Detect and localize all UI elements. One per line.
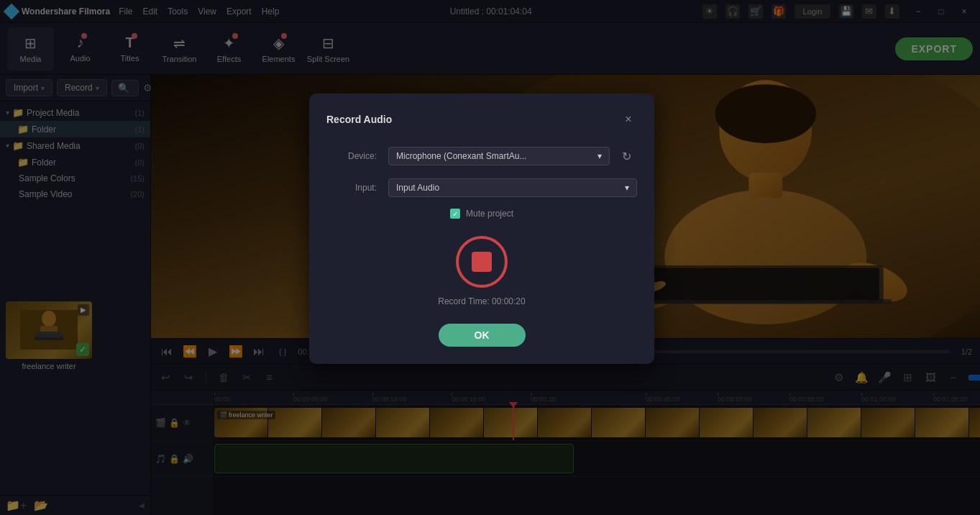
new-folder-icon[interactable]: 📂 [34, 498, 48, 512]
media-content: ▶ ✓ freelance writer [0, 296, 150, 496]
refresh-button[interactable]: ↻ [615, 145, 637, 167]
video-track: 🎬 freelance writer [214, 405, 980, 441]
window-controls[interactable]: − □ × [908, 4, 974, 19]
audio-lock-icon[interactable]: 🔒 [169, 454, 180, 464]
tab-elements-label: Elements [262, 55, 296, 63]
save-icon[interactable]: 💾 [839, 4, 853, 19]
sample-video-count: (20) [130, 190, 145, 199]
menu-edit[interactable]: Edit [142, 6, 157, 17]
effects-panel-button[interactable]: ⚙ [830, 369, 847, 386]
search-box[interactable]: 🔍 [111, 80, 139, 96]
elements-dot [281, 33, 287, 39]
delete-button[interactable]: 🗑 [215, 369, 232, 386]
mute-label: Mute project [466, 209, 513, 219]
zoom-slider[interactable] [968, 372, 980, 383]
mail-icon[interactable]: ✉ [862, 4, 876, 19]
headphone-icon[interactable]: 🎧 [725, 4, 740, 19]
mute-checkbox[interactable]: ✓ [450, 209, 460, 219]
record-button[interactable]: Record [57, 79, 107, 96]
thumbnail-button[interactable]: 🖼 [922, 369, 939, 386]
gift-icon[interactable]: 🎁 [771, 4, 786, 19]
modal-title-bar: Record Audio × [326, 111, 637, 128]
timeline-content[interactable]: 00:00 00:00:05:00 00:00:10:00 00:00:15:0… [214, 391, 980, 515]
audio-clip[interactable] [214, 444, 574, 473]
bottom-left-panel: 📁+ 📂 ◀ [0, 495, 150, 515]
timeline-toolbar: ↩ ↪ 🗑 ✂ ≡ ⚙ 🔔 🎤 ⊞ 🖼 − + ⏸ [151, 365, 980, 391]
tab-elements[interactable]: ◈ Elements [255, 27, 302, 70]
input-select[interactable]: Input Audio ▾ [388, 178, 637, 197]
tree-shared-media[interactable]: ▾ 📁 Shared Media (0) [0, 137, 150, 154]
effects-icon: ✦ [223, 35, 235, 52]
shared-media-count: (0) [135, 142, 145, 150]
folder-label: Folder [32, 124, 132, 135]
ok-button[interactable]: OK [439, 324, 526, 347]
fast-forward-button[interactable]: ⏭ [250, 343, 267, 360]
title-bar: Wondershare Filmora File Edit Tools View… [0, 0, 980, 23]
menu-help[interactable]: Help [262, 6, 280, 17]
close-button[interactable]: × [954, 4, 974, 19]
export-button[interactable]: EXPORT [895, 37, 973, 60]
device-select[interactable]: Microphone (Conexant SmartAu... ▾ [388, 147, 610, 165]
video-frames [214, 408, 980, 437]
menu-bar[interactable]: File Edit Tools View Export Help [119, 6, 279, 17]
input-label: Input: [326, 183, 377, 193]
minimize-button[interactable]: − [908, 4, 928, 19]
record-time-value: 00:00:20 [492, 296, 526, 306]
media-item-freelance-writer[interactable]: ▶ ✓ freelance writer [6, 301, 92, 370]
frame-15 [969, 408, 980, 437]
audio-mix-button[interactable]: 🔔 [853, 369, 870, 386]
rewind-button[interactable]: ⏮ [158, 343, 175, 360]
tab-media[interactable]: ⊞ Media [7, 27, 54, 70]
frame-9 [646, 408, 700, 437]
collapse-icon[interactable]: ◀ [139, 501, 145, 509]
modal-close-button[interactable]: × [620, 111, 637, 128]
menu-tools[interactable]: Tools [168, 6, 188, 17]
tab-effects[interactable]: ✦ Effects [206, 27, 252, 70]
redo-button[interactable]: ↪ [180, 369, 197, 386]
video-clip[interactable]: 🎬 freelance writer [214, 408, 980, 437]
voice-button[interactable]: 🎤 [876, 369, 893, 386]
download-icon[interactable]: ⬇ [885, 4, 899, 19]
import-label: Import [14, 83, 38, 93]
menu-view[interactable]: View [198, 6, 216, 17]
video-track-label: 🎬 🔒 👁 [151, 405, 214, 441]
cart-icon[interactable]: 🛒 [748, 4, 763, 19]
timeline: ↩ ↪ 🗑 ✂ ≡ ⚙ 🔔 🎤 ⊞ 🖼 − + ⏸ [151, 364, 980, 515]
lock-icon[interactable]: 🔒 [169, 418, 180, 428]
add-folder-icon[interactable]: 📁+ [6, 498, 27, 512]
record-start-button[interactable] [456, 236, 508, 288]
zoom-out-button[interactable]: − [945, 369, 962, 386]
tab-transition[interactable]: ⇌ Transition [156, 27, 203, 70]
timeline-tracks: 🎬 freelance writer [214, 405, 980, 477]
step-forward-button[interactable]: ⏩ [227, 343, 244, 360]
record-time: Record Time: 00:00:20 [438, 296, 525, 306]
expand-arrow: ▾ [6, 109, 9, 117]
tree-project-media[interactable]: ▾ 📁 Project Media (1) [0, 104, 150, 121]
maximize-button[interactable]: □ [931, 4, 951, 19]
play-button[interactable]: ▶ [204, 343, 221, 360]
tree-shared-folder[interactable]: 📁 Folder (0) [0, 154, 150, 170]
sun-icon[interactable]: ☀ [702, 4, 717, 19]
media-toolbar: Import Record 🔍 ⚙ ⊞ [0, 75, 150, 101]
tab-titles[interactable]: T Titles [106, 27, 153, 70]
tree-sample-video[interactable]: Sample Video (20) [0, 186, 150, 202]
login-button[interactable]: Login [794, 4, 830, 19]
import-button[interactable]: Import [6, 79, 52, 96]
menu-file[interactable]: File [119, 6, 132, 17]
tab-audio-label: Audio [70, 54, 90, 63]
eye-icon[interactable]: 👁 [183, 418, 191, 428]
undo-button[interactable]: ↩ [157, 369, 174, 386]
clip-icon: 🎬 [219, 411, 227, 419]
tree-folder[interactable]: 📁 Folder (1) [0, 121, 150, 137]
menu-export[interactable]: Export [226, 6, 252, 17]
audio-mute-icon[interactable]: 🔊 [183, 454, 193, 464]
scissors-button[interactable]: ✂ [238, 369, 255, 386]
record-stop-icon [472, 252, 492, 272]
shared-folder-label: Folder [32, 158, 132, 168]
step-back-button[interactable]: ⏪ [181, 343, 198, 360]
tree-sample-colors[interactable]: Sample Colors (15) [0, 170, 150, 186]
tab-audio[interactable]: ♪ Audio [57, 27, 104, 70]
adjust-button[interactable]: ≡ [261, 369, 278, 386]
tab-split-screen[interactable]: ⊟ Split Screen [305, 27, 352, 70]
stabilize-button[interactable]: ⊞ [899, 369, 916, 386]
